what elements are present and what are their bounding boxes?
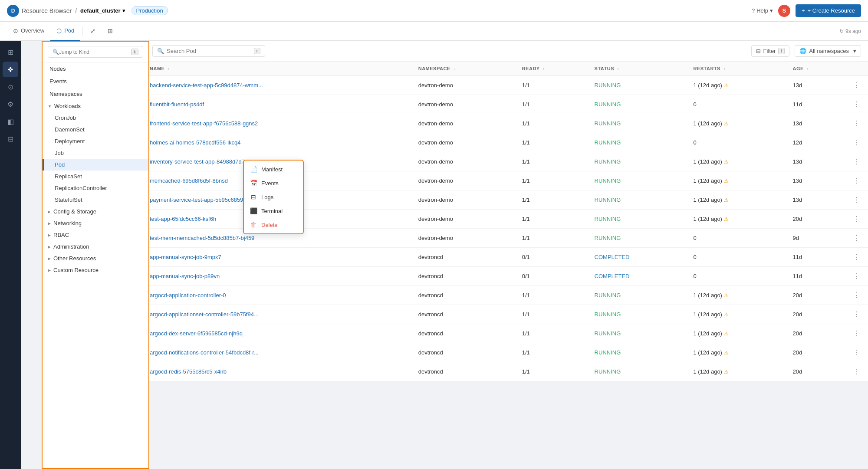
row-namespace-8: devtron-demo (413, 229, 517, 248)
pod-link-7[interactable]: test-app-65fdc5cc66-ksf6h (150, 216, 216, 222)
row-menu-button-5[interactable]: ⋮ (851, 176, 863, 186)
row-menu-button-10[interactable]: ⋮ (851, 271, 863, 281)
sidebar-group-config-storage[interactable]: ▶ Config & Storage (43, 206, 148, 217)
sidebar-group-rbac[interactable]: ▶ RBAC (43, 229, 148, 241)
search-pod-input[interactable] (167, 48, 245, 54)
pod-link-3[interactable]: holmes-ai-holmes-578dcdf556-lkcq4 (150, 139, 241, 146)
row-menu-button-13[interactable]: ⋮ (851, 328, 863, 338)
th-restarts[interactable]: RESTARTS ↕ (688, 62, 787, 76)
pod-link-2[interactable]: frontend-service-test-app-f6756c588-ggns… (150, 120, 258, 127)
row-actions-7: ⋮ (845, 210, 868, 229)
sidebar-item-replicationcontroller[interactable]: ReplicationController (43, 182, 148, 194)
row-menu-button-15[interactable]: ⋮ (851, 367, 863, 377)
avatar[interactable]: S (778, 5, 790, 17)
env-badge[interactable]: Production (132, 6, 168, 15)
row-menu-button-1[interactable]: ⋮ (851, 99, 863, 109)
sidebar-item-daemonset[interactable]: DaemonSet (43, 124, 148, 135)
row-menu-button-9[interactable]: ⋮ (851, 252, 863, 262)
row-menu-button-0[interactable]: ⋮ (851, 80, 863, 90)
rail-settings-icon[interactable]: ⚙ (3, 96, 18, 112)
pod-link-1[interactable]: fluentbit-fluentd-ps4df (150, 101, 204, 108)
pod-tab-icon: ⬡ (56, 27, 62, 34)
cluster-dropdown[interactable]: default_cluster ▾ (80, 7, 125, 14)
row-menu-button-4[interactable]: ⋮ (851, 157, 863, 167)
help-button[interactable]: ? Help ▾ (752, 7, 773, 14)
row-menu-button-11[interactable]: ⋮ (851, 290, 863, 300)
sidebar-item-namespaces[interactable]: Namespaces (43, 88, 148, 100)
pod-link-12[interactable]: argocd-applicationset-controller-59b75f9… (150, 311, 259, 318)
filter-button[interactable]: ⊟ Filter f (751, 45, 790, 57)
sidebar-group-networking[interactable]: ▶ Networking (43, 217, 148, 229)
table-row: frontend-service-test-app-f6756c588-ggns… (128, 114, 868, 133)
sidebar-item-replicaset[interactable]: ReplicaSet (43, 171, 148, 182)
th-age[interactable]: AGE ↕ (788, 62, 845, 76)
row-menu-button-3[interactable]: ⋮ (851, 138, 863, 148)
pod-link-11[interactable]: argocd-application-controller-0 (150, 292, 226, 298)
networking-triangle-icon: ▶ (48, 221, 51, 226)
tab-pod[interactable]: ⬡ Pod (50, 22, 80, 41)
row-namespace-1: devtron-demo (413, 95, 517, 114)
sidebar-item-statefulset[interactable]: StatefulSet (43, 194, 148, 206)
rail-home-icon[interactable]: ⊞ (3, 44, 18, 60)
row-menu-button-7[interactable]: ⋮ (851, 214, 863, 224)
sidebar-group-other-resources[interactable]: ▶ Other Resources (43, 253, 148, 264)
jump-to-kind-input[interactable] (59, 49, 131, 55)
rail-resource-icon[interactable]: ❖ (3, 62, 18, 77)
restart-warn-icon: ⚠ (724, 178, 729, 184)
sidebar-item-job[interactable]: Job (43, 147, 148, 159)
namespace-chevron-icon: ▾ (853, 48, 856, 54)
custom-resource-label: Custom Resource (53, 267, 99, 273)
pod-link-14[interactable]: argocd-notifications-controller-54fbdcd8… (150, 349, 259, 356)
pod-link-10[interactable]: app-manual-sync-job-p89vn (150, 273, 220, 279)
row-ready-2: 1/1 (517, 114, 589, 133)
th-ready[interactable]: READY ↕ (517, 62, 589, 76)
th-status[interactable]: STATUS ↕ (589, 62, 688, 76)
pod-link-0[interactable]: backend-service-test-app-5c99d4874-wmm..… (150, 82, 263, 89)
pod-link-13[interactable]: argocd-dex-server-6f596585cd-njh9q (150, 330, 243, 337)
rail-apps-icon[interactable]: ⊙ (3, 79, 18, 95)
ctx-manifest[interactable]: 📄 Manifest (244, 162, 303, 176)
topbar: D Resource Browser / default_cluster ▾ P… (0, 0, 868, 22)
pod-link-8[interactable]: test-mem-memcached-5d5dc885b7-bj459 (150, 235, 254, 241)
rail-stack-icon[interactable]: ⊟ (3, 131, 18, 147)
ctx-terminal[interactable]: ⬛ Terminal (244, 204, 303, 218)
sidebar-item-nodes[interactable]: Nodes (43, 62, 148, 75)
jump-to-kind-input-wrap[interactable]: 🔍 k (48, 46, 143, 58)
namespace-selector[interactable]: 🌐 All namespaces ▾ (795, 45, 861, 57)
sidebar-group-administration[interactable]: ▶ Administration (43, 241, 148, 253)
th-name[interactable]: NAME ↕ (145, 62, 413, 76)
tab-chart[interactable]: ⤢ (84, 22, 102, 41)
ctx-delete[interactable]: 🗑 Delete (244, 218, 303, 232)
row-namespace-6: devtron-demo (413, 190, 517, 210)
overview-tab-label: Overview (21, 27, 44, 34)
row-menu-button-14[interactable]: ⋮ (851, 348, 863, 357)
sidebar-item-pod[interactable]: Pod (43, 159, 148, 171)
th-namespace[interactable]: NAMESPACE ↓ (413, 62, 517, 76)
namespace-globe-icon: 🌐 (799, 48, 806, 54)
sidebar-group-workloads[interactable]: ▼ Workloads (43, 100, 148, 112)
create-resource-button[interactable]: + + Create Resource (796, 4, 861, 17)
restart-warn-icon: ⚠ (724, 121, 729, 127)
row-menu-button-12[interactable]: ⋮ (851, 309, 863, 319)
row-menu-button-6[interactable]: ⋮ (851, 195, 863, 205)
tab-overview[interactable]: ⊙ Overview (7, 22, 50, 41)
pod-link-5[interactable]: memcached-695d8f6d5f-8bnsd (150, 177, 228, 184)
pod-link-15[interactable]: argocd-redis-5755c85rc5-x4irb (150, 368, 227, 375)
row-actions-1: ⋮ (845, 95, 868, 114)
rbac-triangle-icon: ▶ (48, 233, 51, 237)
ctx-logs[interactable]: ⊟ Logs (244, 190, 303, 204)
pod-link-9[interactable]: app-manual-sync-job-9mpx7 (150, 254, 221, 260)
rail-layers-icon[interactable]: ◧ (3, 114, 18, 129)
row-menu-button-8[interactable]: ⋮ (851, 233, 863, 243)
row-menu-button-2[interactable]: ⋮ (851, 118, 863, 128)
row-restarts-10: 0 (688, 267, 787, 286)
sidebar-item-events[interactable]: Events (43, 75, 148, 88)
sidebar-group-custom-resource[interactable]: ▶ Custom Resource (43, 264, 148, 276)
ctx-events[interactable]: 📅 Events (244, 176, 303, 190)
sidebar-item-deployment[interactable]: Deployment (43, 135, 148, 147)
row-namespace-7: devtron-demo (413, 210, 517, 229)
row-restarts-12: 1 (12d ago) ⚠ (688, 305, 787, 324)
sidebar-item-cronjob[interactable]: CronJob (43, 112, 148, 124)
tab-grid[interactable]: ⊞ (102, 22, 119, 41)
row-actions-10: ⋮ (845, 267, 868, 286)
